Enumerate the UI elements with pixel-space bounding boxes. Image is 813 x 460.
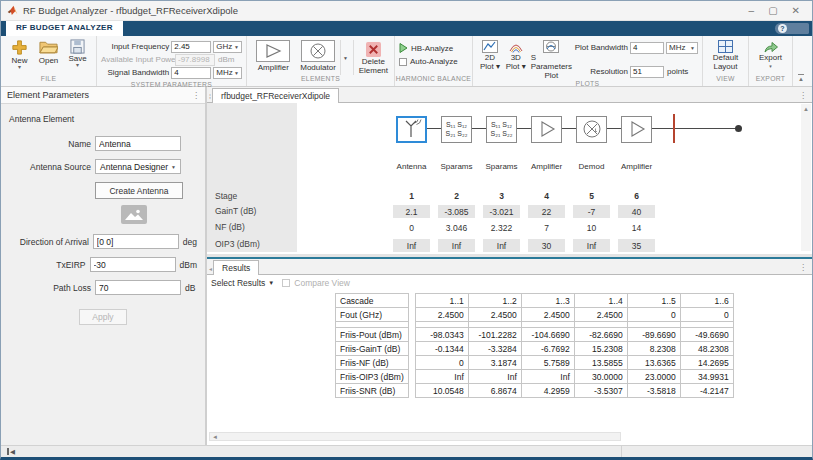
results-value-cell: 2.4500 bbox=[468, 308, 521, 322]
results-horizontal-scrollbar[interactable]: ◄ bbox=[209, 432, 621, 441]
stage-oip3-value[interactable]: Inf bbox=[438, 239, 475, 252]
results-value-cell: 34.9931 bbox=[680, 370, 733, 384]
results-value-cell: -104.6690 bbox=[521, 328, 574, 342]
title-bar: RF Budget Analyzer - rfbudget_RFReceiver… bbox=[1, 1, 812, 21]
3d-plot-button[interactable]: 3D Plot ▾ bbox=[503, 40, 529, 80]
s-parameters-plot-button[interactable]: S Parameters Plot bbox=[529, 40, 574, 80]
amplifier-gallery-button[interactable]: Amplifier bbox=[251, 40, 296, 75]
stage-gain-value[interactable]: 2.1 bbox=[393, 205, 430, 218]
stage-number: 3 bbox=[499, 191, 504, 203]
stage-oip3-value[interactable]: Inf bbox=[393, 239, 430, 252]
elements-gallery-expand-button[interactable]: ▼ bbox=[340, 40, 349, 75]
path-loss-field[interactable] bbox=[95, 280, 181, 295]
stage-oip3-value[interactable]: 30 bbox=[528, 239, 565, 252]
results-value-cell: -98.0343 bbox=[415, 328, 468, 342]
section-label-harmonic-balance: HARMONIC BALANCE bbox=[395, 75, 472, 86]
stage-oip3-value[interactable]: 35 bbox=[618, 239, 655, 252]
results-row-label: Friis-GainT (dB) bbox=[336, 342, 409, 356]
stage-gain-value[interactable]: -3.085 bbox=[438, 205, 475, 218]
results-value-cell: Inf bbox=[521, 370, 574, 384]
stage-row-label: GainT (dB) bbox=[215, 206, 256, 218]
minimize-button[interactable]: – bbox=[749, 6, 755, 16]
stage-nf-value: 3.046 bbox=[446, 222, 467, 234]
select-results-dropdown[interactable]: Select Results bbox=[211, 278, 265, 288]
stage-column: S₁₁ S₁₂S₂₁ S₂₂ Sparams 2 -3.085 3.046 In… bbox=[434, 103, 479, 252]
panel-menu-icon[interactable]: ⋮ bbox=[192, 91, 199, 100]
name-label: Name bbox=[9, 139, 91, 149]
resolution-field[interactable] bbox=[630, 66, 664, 78]
open-button[interactable]: Open bbox=[34, 39, 63, 75]
results-menu-icon[interactable]: ⋮ bbox=[794, 263, 812, 274]
direction-of-arrival-label: Direction of Arrival bbox=[9, 237, 89, 247]
sparams-element[interactable]: S₁₁ S₁₂S₂₁ S₂₂ bbox=[441, 116, 472, 143]
create-antenna-button[interactable]: Create Antenna bbox=[95, 182, 183, 199]
doa-unit: deg bbox=[183, 237, 197, 247]
plot-bandwidth-field[interactable] bbox=[630, 42, 664, 54]
hb-analyze-button[interactable]: HB-Analyze bbox=[399, 43, 458, 53]
window-title: RF Budget Analyzer - rfbudget_RFReceiver… bbox=[23, 5, 749, 16]
delete-element-button[interactable]: Delete Element bbox=[357, 40, 390, 75]
auto-analyze-checkbox[interactable] bbox=[399, 58, 407, 66]
2d-plot-button[interactable]: 2D Plot ▾ bbox=[477, 40, 503, 80]
stage-gain-value[interactable]: -7 bbox=[573, 205, 610, 218]
close-button[interactable]: ✕ bbox=[792, 6, 800, 16]
budget-diagram-panel: ⁞ rfbudget_RFReceiverXdipole ⋮ StageGain… bbox=[207, 87, 812, 257]
maximize-button[interactable]: ▢ bbox=[768, 6, 777, 16]
stage-element-name: Demod bbox=[579, 162, 605, 173]
tab-rfbudget-document[interactable]: rfbudget_RFReceiverXdipole bbox=[212, 88, 339, 103]
results-column-header: 1..2 bbox=[468, 294, 521, 308]
diagram-menu-icon[interactable]: ⋮ bbox=[794, 91, 812, 102]
tab-results[interactable]: Results bbox=[213, 260, 259, 275]
help-button[interactable]: ? bbox=[775, 23, 809, 34]
modulator-gallery-button[interactable]: Modulator bbox=[296, 40, 341, 75]
minimize-ribbon-button[interactable]: ▲ bbox=[798, 74, 804, 82]
input-frequency-field[interactable] bbox=[171, 41, 211, 53]
amplifier-element[interactable] bbox=[531, 116, 562, 143]
collapse-panel-icon[interactable]: ◀ bbox=[7, 448, 15, 456]
export-arrow-icon bbox=[763, 40, 779, 53]
results-row-label: Fout (GHz) bbox=[336, 308, 409, 322]
diagram-canvas[interactable]: StageGainT (dB)NF (dB)OIP3 (dBm) Antenna… bbox=[207, 103, 812, 254]
tab-rf-budget-analyzer[interactable]: RF BUDGET ANALYZER bbox=[6, 21, 123, 36]
stage-row-label: OIP3 (dBm) bbox=[215, 239, 260, 251]
antenna-source-dropdown[interactable]: Antenna Designer ▼ bbox=[95, 159, 181, 174]
antenna-element[interactable] bbox=[396, 116, 427, 143]
stage-row-label: Stage bbox=[215, 191, 237, 203]
stage-gain-value[interactable]: -3.021 bbox=[483, 205, 520, 218]
signal-bandwidth-unit-dropdown[interactable]: MHz▼ bbox=[213, 67, 242, 79]
antenna-source-label: Antenna Source bbox=[9, 162, 91, 172]
results-value-cell: 2.4500 bbox=[574, 308, 627, 322]
results-value-cell: -3.5818 bbox=[627, 384, 680, 398]
stage-nf-value: 14 bbox=[632, 222, 641, 234]
diagram-vertical-scrollbar[interactable]: ▲ bbox=[801, 104, 811, 251]
results-row-label: Friis-Pout (dBm) bbox=[336, 328, 409, 342]
sparams-element[interactable]: S₁₁ S₁₂S₂₁ S₂₂ bbox=[486, 116, 517, 143]
chevron-down-icon: ▼ bbox=[690, 45, 695, 51]
new-button[interactable]: New ▾ bbox=[5, 39, 34, 75]
stage-number: 2 bbox=[454, 191, 459, 203]
signal-bandwidth-field[interactable] bbox=[171, 67, 211, 79]
save-floppy-icon bbox=[70, 39, 85, 54]
status-bar: ◀ bbox=[1, 445, 812, 457]
stage-gain-value[interactable]: 22 bbox=[528, 205, 565, 218]
stage-gain-value[interactable]: 40 bbox=[618, 205, 655, 218]
plot-bandwidth-unit-dropdown[interactable]: MHz▼ bbox=[666, 42, 698, 54]
results-value-cell: Inf bbox=[468, 370, 521, 384]
compare-view-label: Compare View bbox=[294, 278, 350, 288]
input-frequency-unit-dropdown[interactable]: GHz▼ bbox=[213, 41, 242, 53]
stage-oip3-value[interactable]: Inf bbox=[573, 239, 610, 252]
plot-bandwidth-label: Plot Bandwidth bbox=[574, 43, 628, 52]
amplifier-element[interactable] bbox=[621, 116, 652, 143]
play-icon bbox=[399, 43, 408, 53]
stage-oip3-value[interactable]: Inf bbox=[483, 239, 520, 252]
export-button[interactable]: Export ▾ bbox=[757, 40, 784, 75]
stage-element-name: Amplifier bbox=[531, 162, 562, 173]
direction-of-arrival-field[interactable] bbox=[93, 234, 179, 249]
txeirp-field[interactable] bbox=[90, 257, 176, 272]
demod-element[interactable] bbox=[576, 116, 607, 143]
name-field[interactable] bbox=[95, 136, 181, 151]
save-button[interactable]: Save ▾ bbox=[63, 39, 92, 75]
default-layout-button[interactable]: Default Layout bbox=[711, 40, 740, 75]
results-column-header: 1..1 bbox=[415, 294, 468, 308]
chevron-down-icon: ▼ bbox=[234, 44, 239, 50]
